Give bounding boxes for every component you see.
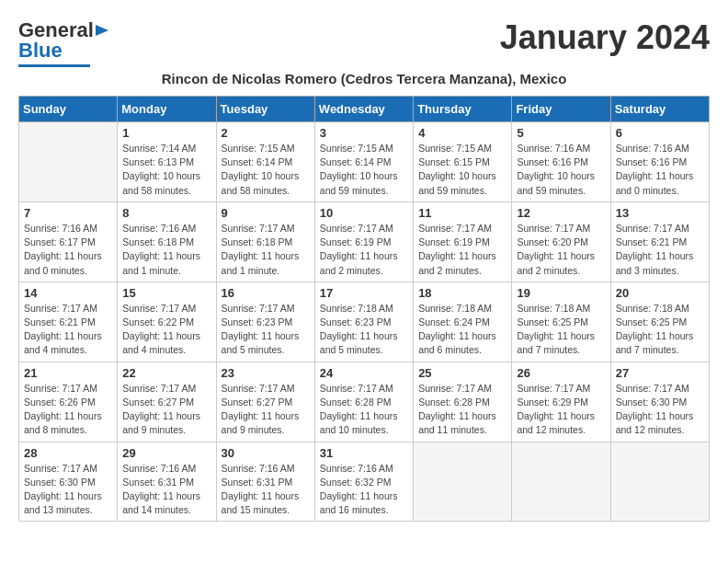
day-info: Sunrise: 7:16 AM Sunset: 6:32 PM Dayligh…: [320, 462, 408, 518]
location-title: Rincon de Nicolas Romero (Cedros Tercera…: [18, 71, 710, 86]
day-info: Sunrise: 7:17 AM Sunset: 6:30 PM Dayligh…: [24, 462, 112, 518]
calendar-cell: 22Sunrise: 7:17 AM Sunset: 6:27 PM Dayli…: [118, 362, 216, 442]
day-number: 12: [517, 206, 605, 220]
day-info: Sunrise: 7:16 AM Sunset: 6:17 PM Dayligh…: [24, 222, 112, 278]
calendar-cell: 8Sunrise: 7:16 AM Sunset: 6:18 PM Daylig…: [118, 201, 216, 282]
day-info: Sunrise: 7:16 AM Sunset: 6:16 PM Dayligh…: [616, 142, 704, 198]
calendar-cell: 31Sunrise: 7:16 AM Sunset: 6:32 PM Dayli…: [314, 442, 413, 522]
day-info: Sunrise: 7:18 AM Sunset: 6:25 PM Dayligh…: [517, 302, 605, 358]
calendar-cell: 16Sunrise: 7:17 AM Sunset: 6:23 PM Dayli…: [216, 282, 314, 362]
calendar-cell: 20Sunrise: 7:18 AM Sunset: 6:25 PM Dayli…: [610, 282, 709, 362]
day-number: 28: [24, 446, 112, 460]
day-info: Sunrise: 7:14 AM Sunset: 6:13 PM Dayligh…: [122, 142, 210, 198]
day-info: Sunrise: 7:17 AM Sunset: 6:21 PM Dayligh…: [24, 302, 112, 358]
day-info: Sunrise: 7:17 AM Sunset: 6:28 PM Dayligh…: [418, 382, 506, 438]
day-info: Sunrise: 7:16 AM Sunset: 6:16 PM Dayligh…: [517, 142, 605, 198]
calendar-cell: 21Sunrise: 7:17 AM Sunset: 6:26 PM Dayli…: [19, 362, 118, 442]
day-number: 29: [122, 446, 210, 460]
day-info: Sunrise: 7:18 AM Sunset: 6:23 PM Dayligh…: [320, 302, 408, 358]
day-info: Sunrise: 7:17 AM Sunset: 6:29 PM Dayligh…: [517, 382, 605, 438]
calendar-cell: 30Sunrise: 7:16 AM Sunset: 6:31 PM Dayli…: [216, 442, 314, 522]
day-number: 24: [320, 366, 408, 380]
day-number: 18: [418, 286, 506, 300]
day-number: 2: [222, 126, 310, 140]
calendar-cell: 28Sunrise: 7:17 AM Sunset: 6:30 PM Dayli…: [19, 442, 118, 522]
calendar-table: SundayMondayTuesdayWednesdayThursdayFrid…: [18, 96, 710, 522]
logo-underline: [18, 64, 90, 67]
logo-blue: Blue: [18, 39, 63, 63]
day-info: Sunrise: 7:15 AM Sunset: 6:15 PM Dayligh…: [418, 142, 506, 198]
calendar-cell: 6Sunrise: 7:16 AM Sunset: 6:16 PM Daylig…: [610, 122, 709, 202]
day-info: Sunrise: 7:17 AM Sunset: 6:20 PM Dayligh…: [517, 222, 605, 278]
day-info: Sunrise: 7:17 AM Sunset: 6:18 PM Dayligh…: [222, 222, 310, 278]
calendar-cell: 10Sunrise: 7:17 AM Sunset: 6:19 PM Dayli…: [314, 201, 413, 282]
day-info: Sunrise: 7:17 AM Sunset: 6:19 PM Dayligh…: [320, 222, 408, 278]
calendar-cell: 14Sunrise: 7:17 AM Sunset: 6:21 PM Dayli…: [19, 282, 118, 362]
logo: General Blue: [18, 18, 114, 67]
calendar-cell: 9Sunrise: 7:17 AM Sunset: 6:18 PM Daylig…: [216, 201, 314, 282]
calendar-cell: [512, 442, 610, 522]
col-wednesday: Wednesday: [314, 97, 413, 122]
calendar-cell: [19, 122, 118, 202]
day-info: Sunrise: 7:17 AM Sunset: 6:23 PM Dayligh…: [222, 302, 310, 358]
calendar-cell: 18Sunrise: 7:18 AM Sunset: 6:24 PM Dayli…: [414, 282, 512, 362]
calendar-cell: 26Sunrise: 7:17 AM Sunset: 6:29 PM Dayli…: [512, 362, 610, 442]
day-number: 8: [122, 206, 210, 220]
day-number: 27: [616, 366, 704, 380]
day-info: Sunrise: 7:17 AM Sunset: 6:27 PM Dayligh…: [122, 382, 210, 438]
day-number: 3: [320, 126, 408, 140]
calendar-cell: 1Sunrise: 7:14 AM Sunset: 6:13 PM Daylig…: [118, 122, 216, 202]
day-number: 16: [222, 286, 310, 300]
calendar-cell: 23Sunrise: 7:17 AM Sunset: 6:27 PM Dayli…: [216, 362, 314, 442]
calendar-cell: 19Sunrise: 7:18 AM Sunset: 6:25 PM Dayli…: [512, 282, 610, 362]
month-title: January 2024: [500, 18, 710, 57]
calendar-cell: 29Sunrise: 7:16 AM Sunset: 6:31 PM Dayli…: [118, 442, 216, 522]
day-number: 10: [320, 206, 408, 220]
calendar-cell: 15Sunrise: 7:17 AM Sunset: 6:22 PM Dayli…: [118, 282, 216, 362]
day-number: 11: [418, 206, 506, 220]
day-info: Sunrise: 7:16 AM Sunset: 6:31 PM Dayligh…: [222, 462, 310, 518]
day-info: Sunrise: 7:16 AM Sunset: 6:31 PM Dayligh…: [122, 462, 210, 518]
day-number: 31: [320, 446, 408, 460]
day-info: Sunrise: 7:17 AM Sunset: 6:19 PM Dayligh…: [418, 222, 506, 278]
day-info: Sunrise: 7:17 AM Sunset: 6:27 PM Dayligh…: [222, 382, 310, 438]
day-number: 25: [418, 366, 506, 380]
day-number: 22: [122, 366, 210, 380]
day-info: Sunrise: 7:15 AM Sunset: 6:14 PM Dayligh…: [222, 142, 310, 198]
day-number: 6: [616, 126, 704, 140]
day-number: 4: [418, 126, 506, 140]
day-info: Sunrise: 7:17 AM Sunset: 6:22 PM Dayligh…: [122, 302, 210, 358]
day-number: 14: [24, 286, 112, 300]
calendar-cell: 5Sunrise: 7:16 AM Sunset: 6:16 PM Daylig…: [512, 122, 610, 202]
day-number: 1: [122, 126, 210, 140]
day-number: 19: [517, 286, 605, 300]
day-number: 5: [517, 126, 605, 140]
calendar-cell: 7Sunrise: 7:16 AM Sunset: 6:17 PM Daylig…: [19, 201, 118, 282]
col-monday: Monday: [118, 97, 216, 122]
day-info: Sunrise: 7:17 AM Sunset: 6:26 PM Dayligh…: [24, 382, 112, 438]
calendar-cell: 11Sunrise: 7:17 AM Sunset: 6:19 PM Dayli…: [414, 201, 512, 282]
calendar-cell: 4Sunrise: 7:15 AM Sunset: 6:15 PM Daylig…: [414, 122, 512, 202]
day-number: 7: [24, 206, 112, 220]
day-info: Sunrise: 7:17 AM Sunset: 6:21 PM Dayligh…: [616, 222, 704, 278]
col-tuesday: Tuesday: [216, 97, 314, 122]
calendar-cell: 12Sunrise: 7:17 AM Sunset: 6:20 PM Dayli…: [512, 201, 610, 282]
col-sunday: Sunday: [19, 97, 118, 122]
logo-arrow-icon: [96, 21, 114, 40]
day-number: 17: [320, 286, 408, 300]
col-friday: Friday: [512, 97, 610, 122]
calendar-cell: 24Sunrise: 7:17 AM Sunset: 6:28 PM Dayli…: [314, 362, 413, 442]
day-info: Sunrise: 7:17 AM Sunset: 6:30 PM Dayligh…: [616, 382, 704, 438]
calendar-cell: 25Sunrise: 7:17 AM Sunset: 6:28 PM Dayli…: [414, 362, 512, 442]
day-number: 23: [222, 366, 310, 380]
calendar-cell: 2Sunrise: 7:15 AM Sunset: 6:14 PM Daylig…: [216, 122, 314, 202]
day-number: 21: [24, 366, 112, 380]
calendar-cell: 17Sunrise: 7:18 AM Sunset: 6:23 PM Dayli…: [314, 282, 413, 362]
col-thursday: Thursday: [414, 97, 512, 122]
col-saturday: Saturday: [610, 97, 709, 122]
calendar-cell: [610, 442, 709, 522]
day-info: Sunrise: 7:17 AM Sunset: 6:28 PM Dayligh…: [320, 382, 408, 438]
day-number: 30: [222, 446, 310, 460]
day-number: 15: [122, 286, 210, 300]
calendar-cell: [414, 442, 512, 522]
